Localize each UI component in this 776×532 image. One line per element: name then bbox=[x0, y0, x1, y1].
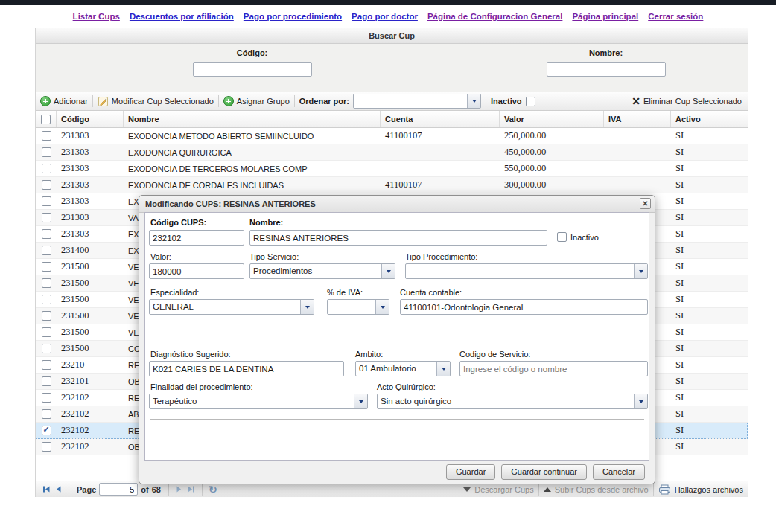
inactivo-filter-checkbox[interactable] bbox=[526, 97, 535, 106]
row-checkbox[interactable] bbox=[42, 180, 51, 190]
column-header-valor[interactable]: Valor bbox=[500, 111, 604, 127]
column-header-activo[interactable]: Activo bbox=[671, 111, 748, 127]
hallazgos-archivos-button[interactable]: Hallazgos archivos bbox=[658, 484, 743, 495]
codigo-search-input[interactable] bbox=[193, 62, 312, 77]
refresh-icon[interactable]: ↻ bbox=[207, 484, 219, 496]
codigo-servicio-input[interactable] bbox=[459, 361, 648, 376]
grid-header: Código Nombre Cuenta Valor IVA Activo bbox=[36, 111, 748, 128]
row-checkbox-cell bbox=[36, 243, 57, 258]
nombre-search-input[interactable] bbox=[547, 62, 666, 77]
pager-separator bbox=[653, 484, 654, 496]
column-header-nombre[interactable]: Nombre bbox=[124, 111, 381, 127]
nav-link[interactable]: Página principal bbox=[572, 12, 638, 21]
row-checkbox[interactable] bbox=[42, 295, 51, 304]
ordenar-dropdown-button[interactable] bbox=[467, 94, 480, 108]
row-checkbox[interactable] bbox=[42, 147, 51, 157]
subir-label: Subir Cups desde archivo bbox=[555, 485, 649, 494]
row-checkbox-cell bbox=[36, 144, 57, 160]
row-checkbox[interactable] bbox=[42, 262, 51, 272]
column-header-codigo[interactable]: Código bbox=[57, 111, 124, 127]
select-all-checkbox[interactable] bbox=[41, 115, 51, 124]
modificar-label: Modificar Cup Seleccionado bbox=[112, 97, 214, 106]
dialog-titlebar[interactable]: Modificando CUPS: RESINAS ANTERIORES bbox=[139, 196, 655, 213]
especialidad-combobox[interactable]: GENERAL bbox=[149, 299, 314, 315]
nav-link[interactable]: Listar Cups bbox=[73, 12, 120, 21]
cell-cuenta bbox=[381, 161, 500, 176]
ambito-dropdown-button[interactable] bbox=[436, 362, 450, 376]
inactivo-checkbox[interactable] bbox=[557, 232, 567, 242]
asignar-grupo-button[interactable]: Asignar Grupo bbox=[223, 96, 290, 106]
row-checkbox[interactable] bbox=[42, 344, 51, 353]
cancelar-button[interactable]: Cancelar bbox=[593, 464, 645, 480]
nav-link[interactable]: Descuentos por afiliación bbox=[130, 12, 234, 21]
modificar-button[interactable]: Modificar Cup Seleccionado bbox=[98, 96, 214, 107]
ambito-combobox[interactable]: 01 Ambulatorio bbox=[355, 361, 451, 376]
eliminar-button[interactable]: ✕ Eliminar Cup Seleccionado bbox=[632, 97, 742, 106]
acto-quirurgico-dropdown-button[interactable] bbox=[634, 394, 647, 408]
nav-link[interactable]: Cerrar sesión bbox=[648, 12, 703, 21]
dialog-footer: Guardar Guardar continuar Cancelar bbox=[139, 460, 655, 484]
row-checkbox[interactable] bbox=[42, 213, 51, 222]
nav-link[interactable]: Pago por procedimiento bbox=[244, 12, 342, 21]
row-checkbox[interactable] bbox=[42, 131, 51, 141]
valor-input[interactable] bbox=[149, 263, 244, 279]
tipo-procedimiento-dropdown-button[interactable] bbox=[634, 264, 647, 278]
iva-combobox[interactable] bbox=[327, 299, 389, 315]
table-row[interactable]: 231303EXODONCIA DE TERCEROS MOLARES COMP… bbox=[36, 161, 748, 177]
row-checkbox[interactable] bbox=[42, 196, 51, 206]
row-checkbox[interactable] bbox=[42, 311, 51, 321]
column-header-cuenta[interactable]: Cuenta bbox=[381, 111, 500, 127]
nombre-input[interactable] bbox=[249, 230, 547, 246]
row-checkbox-cell bbox=[36, 275, 57, 291]
especialidad-dropdown-button[interactable] bbox=[300, 300, 314, 314]
row-checkbox-cell bbox=[36, 308, 57, 324]
cell-cuenta: 41100107 bbox=[381, 177, 500, 193]
acto-quirurgico-label: Acto Quirúrgico: bbox=[377, 382, 436, 391]
row-checkbox[interactable] bbox=[42, 327, 51, 337]
descargar-cups-button[interactable]: Descargar Cups bbox=[463, 485, 533, 494]
cuenta-contable-input[interactable] bbox=[400, 299, 648, 315]
row-checkbox[interactable] bbox=[42, 442, 51, 452]
tipo-servicio-dropdown-button[interactable] bbox=[381, 264, 395, 278]
row-checkbox[interactable] bbox=[42, 278, 51, 288]
row-checkbox[interactable] bbox=[42, 409, 51, 419]
table-row[interactable]: 231303EXODONCIA DE CORDALES INCLUIDAS411… bbox=[36, 177, 748, 193]
nav-link[interactable]: Pago por doctor bbox=[352, 12, 418, 21]
cell-codigo: 231303 bbox=[57, 144, 124, 160]
row-checkbox[interactable] bbox=[42, 376, 51, 386]
row-checkbox[interactable] bbox=[42, 229, 51, 239]
ordenar-combobox[interactable] bbox=[353, 94, 481, 109]
column-header-iva[interactable]: IVA bbox=[604, 111, 671, 127]
row-checkbox[interactable] bbox=[42, 246, 51, 255]
cell-activo: SI bbox=[671, 390, 748, 406]
tipo-procedimiento-combobox[interactable] bbox=[405, 263, 648, 279]
guardar-continuar-button[interactable]: Guardar continuar bbox=[501, 464, 587, 480]
finalidad-label: Finalidad del procedimiento: bbox=[150, 382, 253, 391]
table-row[interactable]: 231303EXODONCIA METODO ABIERTO SEMIINCLU… bbox=[36, 128, 748, 144]
cell-activo: SI bbox=[671, 374, 748, 389]
adicionar-button[interactable]: Adicionar bbox=[40, 96, 88, 106]
row-checkbox[interactable] bbox=[42, 164, 51, 173]
row-checkbox[interactable] bbox=[42, 360, 51, 370]
tipo-servicio-combobox[interactable]: Procedimientos bbox=[249, 263, 395, 279]
nav-link[interactable]: Página de Configuracion General bbox=[427, 12, 562, 21]
table-row[interactable]: 231303EXODONCIA QUIRURGICA450,000.00SI bbox=[36, 144, 748, 161]
last-page-button[interactable] bbox=[185, 484, 197, 496]
acto-quirurgico-combobox[interactable]: Sin acto quirúrgico bbox=[377, 394, 648, 409]
finalidad-combobox[interactable]: Terapéutico bbox=[149, 394, 368, 409]
finalidad-dropdown-button[interactable] bbox=[354, 394, 367, 408]
row-checkbox[interactable] bbox=[42, 393, 51, 403]
next-page-button[interactable] bbox=[174, 484, 185, 496]
top-dark-bar bbox=[0, 0, 776, 5]
codigo-cups-input[interactable] bbox=[149, 230, 244, 246]
row-checkbox[interactable] bbox=[42, 426, 51, 435]
subir-cups-button[interactable]: Subir Cups desde archivo bbox=[544, 485, 649, 494]
cell-activo: SI bbox=[671, 275, 748, 291]
guardar-button[interactable]: Guardar bbox=[446, 464, 495, 480]
diagnostico-input[interactable] bbox=[149, 361, 344, 376]
iva-dropdown-button[interactable] bbox=[375, 300, 389, 314]
page-number-input[interactable] bbox=[99, 483, 138, 496]
prev-page-button[interactable] bbox=[52, 484, 64, 496]
dialog-close-button[interactable]: ✕ bbox=[640, 198, 651, 209]
first-page-button[interactable] bbox=[40, 484, 52, 496]
